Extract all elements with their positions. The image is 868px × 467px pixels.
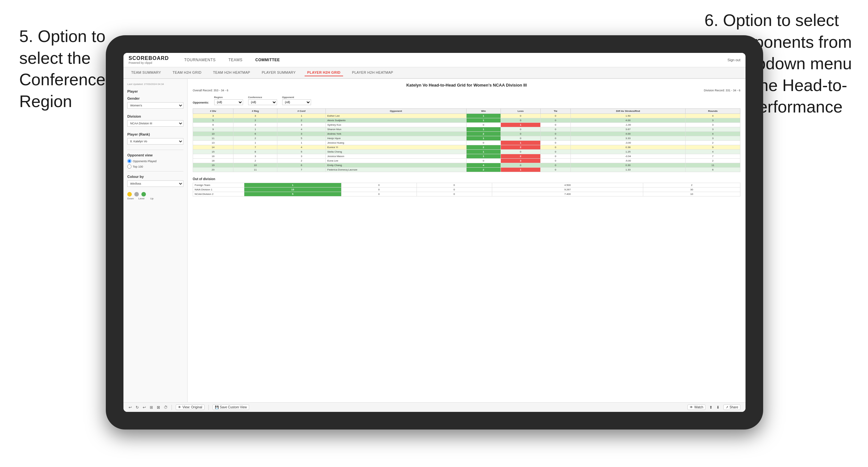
- nav-committee[interactable]: COMMITTEE: [253, 56, 282, 63]
- sub-nav-player-h2h-grid[interactable]: PLAYER H2H GRID: [305, 69, 343, 76]
- cell-out-tie: 0: [416, 187, 492, 192]
- paste-icon[interactable]: ⊠: [157, 405, 160, 410]
- cell-rounds: 9: [686, 145, 740, 150]
- watch-label: Watch: [694, 405, 703, 409]
- player-rank-select[interactable]: 8. Katelyn Vo: [127, 138, 183, 145]
- copy-icon[interactable]: ⊞: [150, 405, 153, 410]
- gender-select[interactable]: Women's: [127, 102, 183, 108]
- cell-reg: 1: [234, 127, 277, 132]
- logo-sub: Powered by clippd: [129, 61, 169, 64]
- nav-teams[interactable]: TEAMS: [226, 56, 245, 63]
- cell-win: 4: [466, 163, 500, 168]
- cell-out-name: NAIA Division 1: [193, 187, 244, 192]
- division-label: Division: [127, 115, 183, 118]
- nav-tournaments[interactable]: TOURNAMENTS: [182, 56, 218, 63]
- records-row: Overall Record: 353 - 34 - 6 Division Re…: [193, 89, 740, 92]
- save-icon: 💾: [215, 405, 219, 409]
- cell-loss: 0: [500, 127, 540, 132]
- save-custom-btn[interactable]: 💾 Save Custom View: [213, 405, 249, 410]
- watch-icon: 👁: [690, 405, 693, 409]
- radio-opponents-played[interactable]: Opponents Played: [127, 159, 183, 163]
- colour-select[interactable]: Win/loss: [127, 181, 183, 187]
- cell-conf: 2: [277, 159, 326, 163]
- cell-reg: 2: [234, 118, 277, 123]
- cell-out-diff: 9.267: [492, 187, 643, 192]
- cell-win: 1: [466, 114, 500, 118]
- cell-name: Sharon Mun: [326, 127, 466, 132]
- cell-div: 20: [193, 168, 234, 172]
- cell-diff: -0.94: [571, 154, 686, 159]
- cell-diff: 1.25: [571, 150, 686, 154]
- division-select[interactable]: NCAA Division III: [127, 120, 183, 127]
- undo-icon[interactable]: ↩: [129, 405, 132, 410]
- opponent-filter-label: Opponent: [282, 96, 311, 99]
- cell-conf: 5: [277, 150, 326, 154]
- cell-win: 2: [466, 132, 500, 136]
- bottom-toolbar: ↩ ↻ ↩ ⊞ ⊠ ⏱ 👁 View: Original 💾 Save Cust…: [123, 402, 745, 412]
- view-original-btn[interactable]: 👁 View: Original: [176, 405, 205, 410]
- region-select[interactable]: (All): [214, 99, 243, 105]
- sign-out-link[interactable]: Sign out: [727, 58, 740, 62]
- out-division-table: Foreign Team 1 0 0 4.500 2 NAIA Division…: [193, 183, 740, 196]
- cell-name: Heejo Hyun: [326, 136, 466, 141]
- cell-win: 2: [466, 145, 500, 150]
- table-row: 15 8 5 Stella Cheng 1 0 0 1.25 4: [193, 150, 740, 154]
- cell-reg: 2: [234, 159, 277, 163]
- cell-tie: 0: [540, 123, 571, 127]
- table-row: NAIA Division 1 15 0 0 9.267 30: [193, 187, 740, 192]
- cell-diff: 3.33: [571, 136, 686, 141]
- conference-filter: Conference (All): [248, 96, 277, 105]
- cell-loss: 0: [500, 118, 540, 123]
- cell-out-win: 5: [244, 192, 341, 196]
- opponent-select[interactable]: (All): [282, 99, 311, 105]
- watch-btn[interactable]: 👁 Watch: [687, 405, 706, 410]
- cell-diff: 3.67: [571, 127, 686, 132]
- th-opponent: Opponent: [326, 108, 466, 114]
- cell-out-name: Foreign Team: [193, 183, 244, 187]
- cell-reg: 7: [234, 145, 277, 150]
- arrow-up-icon[interactable]: ⬆: [709, 405, 712, 410]
- cell-loss: 1: [500, 123, 540, 127]
- cell-tie: 0: [540, 132, 571, 136]
- cell-rounds: 4: [686, 114, 740, 118]
- sub-nav-player-h2h-heatmap[interactable]: PLAYER H2H HEATMAP: [349, 69, 396, 76]
- cell-conf: 7: [277, 168, 326, 172]
- cell-out-loss: 0: [341, 183, 416, 187]
- sub-nav-team-summary[interactable]: TEAM SUMMARY: [129, 69, 163, 76]
- cell-conf: 5: [277, 136, 326, 141]
- player-rank-label: Player (Rank): [127, 132, 183, 136]
- cell-tie: 0: [540, 136, 571, 141]
- cell-name: Sydney Kuo: [326, 123, 466, 127]
- cell-win: 0: [466, 141, 500, 145]
- legend-level: Level: [138, 197, 144, 200]
- colour-label: Colour by: [127, 175, 183, 179]
- cell-out-win: 15: [244, 187, 341, 192]
- conference-select[interactable]: (All): [248, 99, 277, 105]
- cell-tie: 0: [540, 141, 571, 145]
- cell-name: Eunice Yi: [326, 145, 466, 150]
- cell-conf: 4: [277, 145, 326, 150]
- th-rounds: Rounds: [686, 108, 740, 114]
- sub-nav-team-h2h-grid[interactable]: TEAM H2H GRID: [170, 69, 204, 76]
- undo2-icon[interactable]: ↩: [143, 405, 146, 410]
- cell-reg: 10: [234, 163, 277, 168]
- sub-nav-player-summary[interactable]: PLAYER SUMMARY: [259, 69, 298, 76]
- redo-icon[interactable]: ↻: [136, 405, 139, 410]
- cell-rounds: 3: [686, 136, 740, 141]
- cell-conf: 1: [277, 141, 326, 145]
- top-nav: SCOREBOARD Powered by clippd TOURNAMENTS…: [123, 53, 745, 67]
- export-icon[interactable]: ⬇: [716, 405, 719, 410]
- radio-top100[interactable]: Top 100: [127, 164, 183, 168]
- table-row: 9 1 4 Sharon Mun 1 0 0 3.67 3: [193, 127, 740, 132]
- th-reg: # Reg: [234, 108, 277, 114]
- cell-name: Euna Lee: [326, 159, 466, 163]
- sub-nav-team-h2h-heatmap[interactable]: TEAM H2H HEATMAP: [210, 69, 253, 76]
- cell-loss: 1: [500, 168, 540, 172]
- cell-win: 2: [466, 168, 500, 172]
- player-label: Player: [127, 89, 183, 93]
- cell-diff: -1.00: [571, 123, 686, 127]
- cell-tie: 0: [540, 168, 571, 172]
- cell-loss: 1: [500, 141, 540, 145]
- share-btn[interactable]: ↗ Share: [723, 405, 740, 410]
- clock-icon[interactable]: ⏱: [164, 405, 168, 410]
